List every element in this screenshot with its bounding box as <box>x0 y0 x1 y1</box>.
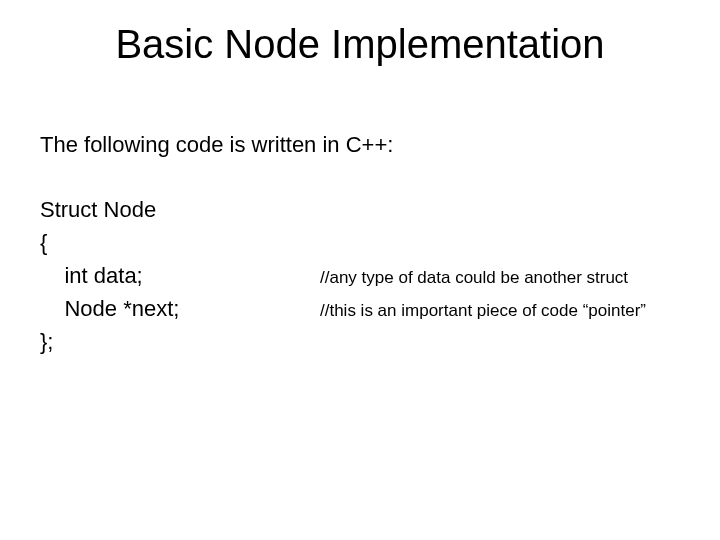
code-line-4: Node *next; //this is an important piece… <box>40 292 680 325</box>
code-comment: //this is an important piece of code “po… <box>320 298 646 324</box>
code-comment: //any type of data could be another stru… <box>320 265 628 291</box>
code-text: Struct Node <box>40 193 320 226</box>
slide-body: The following code is written in C++: St… <box>40 128 680 358</box>
code-text: Node *next; <box>40 292 320 325</box>
code-line-5: }; <box>40 325 680 358</box>
slide: Basic Node Implementation The following … <box>0 0 720 540</box>
code-text: }; <box>40 325 320 358</box>
code-line-3: int data; //any type of data could be an… <box>40 259 680 292</box>
slide-title: Basic Node Implementation <box>0 22 720 67</box>
code-text: { <box>40 226 320 259</box>
code-line-1: Struct Node <box>40 193 680 226</box>
code-line-2: { <box>40 226 680 259</box>
code-text: int data; <box>40 259 320 292</box>
intro-text: The following code is written in C++: <box>40 128 680 161</box>
